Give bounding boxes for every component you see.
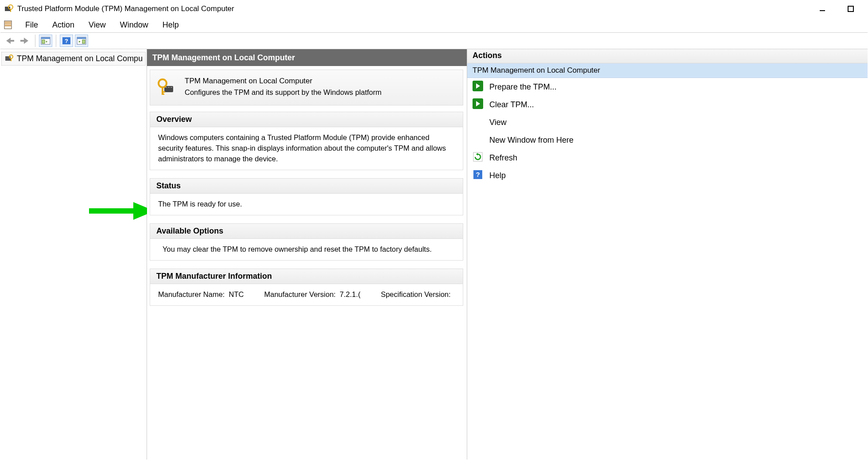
svg-rect-2 [10, 9, 11, 12]
actions-subheader: TPM Management on Local Computer [467, 63, 868, 78]
client-area: TPM Management on Local Compu TPM Manage… [0, 49, 868, 460]
help-icon: ? [473, 169, 483, 182]
svg-rect-10 [20, 40, 25, 42]
window-controls [816, 3, 864, 15]
blank-icon [473, 117, 483, 128]
arrow-right-icon [473, 81, 483, 94]
menubar: File Action View Window Help [0, 17, 868, 32]
tmi-heading[interactable]: TPM Manufacturer Information [150, 269, 463, 284]
intro-description: Configures the TPM and its support by th… [185, 87, 382, 97]
mmc-console-icon [3, 19, 14, 30]
action-label: New Window from Here [489, 136, 574, 145]
action-label: Prepare the TPM... [489, 82, 557, 92]
svg-rect-8 [5, 25, 11, 26]
svg-rect-6 [5, 22, 11, 23]
action-clear-tpm[interactable]: Clear TPM... [467, 96, 868, 113]
svg-rect-28 [162, 86, 163, 94]
svg-rect-26 [170, 87, 172, 88]
svg-rect-7 [5, 23, 11, 24]
svg-rect-13 [42, 40, 45, 43]
back-button[interactable] [3, 35, 16, 47]
actions-pane: Actions TPM Management on Local Computer… [467, 49, 868, 460]
svg-rect-25 [168, 87, 170, 88]
svg-text:?: ? [65, 38, 68, 44]
status-section: Status The TPM is ready for use. [150, 178, 463, 215]
svg-rect-21 [11, 58, 12, 61]
available-options-body: You may clear the TPM to remove ownershi… [150, 239, 463, 260]
window-title: Trusted Platform Module (TPM) Management… [17, 4, 234, 13]
help-button[interactable]: ? [60, 35, 73, 47]
action-help[interactable]: ? Help [467, 167, 868, 184]
tree-node-tpm-root[interactable]: TPM Management on Local Compu [1, 52, 146, 66]
menu-action[interactable]: Action [45, 19, 81, 31]
available-options-heading[interactable]: Available Options [150, 224, 463, 239]
tmi-name-label: Manufacturer Name: [158, 290, 225, 298]
intro-title: TPM Management on Local Computer [185, 76, 382, 86]
tpm-chip-icon [4, 54, 14, 64]
svg-rect-30 [162, 94, 164, 95]
toolbar-separator [56, 35, 56, 47]
tpm-key-icon [155, 76, 177, 99]
action-refresh[interactable]: Refresh [467, 149, 868, 167]
tmi-version-label: Manufacturer Version: [264, 290, 336, 298]
tpm-mmc-window: Trusted Platform Module (TPM) Management… [0, 0, 868, 460]
action-label: Refresh [489, 153, 517, 163]
result-pane-header: TPM Management on Local Computer [147, 49, 467, 66]
tmi-version-value: 7.2.1.( [340, 290, 360, 298]
svg-rect-9 [10, 40, 14, 42]
tree-node-label: TPM Management on Local Compu [17, 54, 143, 63]
tmi-row: Manufacturer Name: NTC Manufacturer Vers… [158, 289, 455, 300]
titlebar: Trusted Platform Module (TPM) Management… [0, 0, 868, 17]
status-heading[interactable]: Status [150, 179, 463, 194]
result-pane: TPM Management on Local Computer [147, 49, 467, 460]
intro-section: TPM Management on Local Computer Configu… [150, 70, 463, 105]
available-options-section: Available Options You may clear the TPM … [150, 223, 463, 261]
tpm-manufacturer-info-section: TPM Manufacturer Information Manufacture… [150, 269, 463, 306]
menu-window[interactable]: Window [113, 19, 155, 31]
toolbar: ? [0, 32, 868, 49]
svg-rect-12 [41, 37, 50, 39]
blank-icon [473, 135, 483, 145]
maximize-button[interactable] [845, 3, 857, 15]
menu-help[interactable]: Help [155, 19, 186, 31]
action-label: View [489, 118, 507, 127]
action-label: Clear TPM... [489, 100, 534, 109]
action-new-window[interactable]: New Window from Here [467, 131, 868, 149]
overview-section: Overview Windows computers containing a … [150, 112, 463, 170]
status-body: The TPM is ready for use. [150, 194, 463, 215]
action-view[interactable]: View [467, 113, 868, 131]
refresh-icon [473, 152, 483, 164]
menu-file[interactable]: File [18, 19, 45, 31]
action-label: Help [489, 171, 506, 180]
overview-heading[interactable]: Overview [150, 112, 463, 127]
actions-header: Actions [467, 49, 868, 63]
overview-body: Windows computers containing a Trusted P… [150, 127, 463, 170]
toolbar-separator [35, 35, 35, 47]
show-hide-tree-button[interactable] [39, 35, 52, 47]
tmi-spec-label: Specification Version: [381, 290, 451, 298]
action-prepare-tpm[interactable]: Prepare the TPM... [467, 78, 868, 96]
svg-rect-4 [848, 6, 853, 12]
minimize-button[interactable] [816, 3, 829, 15]
show-hide-action-pane-button[interactable] [75, 35, 88, 47]
menu-view[interactable]: View [81, 19, 113, 31]
console-tree-pane[interactable]: TPM Management on Local Compu [0, 49, 147, 460]
tmi-name-value: NTC [229, 290, 244, 298]
svg-rect-29 [162, 91, 165, 93]
forward-button[interactable] [18, 35, 31, 47]
svg-point-27 [159, 79, 167, 87]
svg-text:?: ? [476, 171, 480, 178]
arrow-right-icon [473, 98, 483, 111]
tpm-app-icon [4, 4, 14, 15]
svg-rect-18 [82, 40, 85, 43]
svg-rect-17 [77, 37, 86, 39]
